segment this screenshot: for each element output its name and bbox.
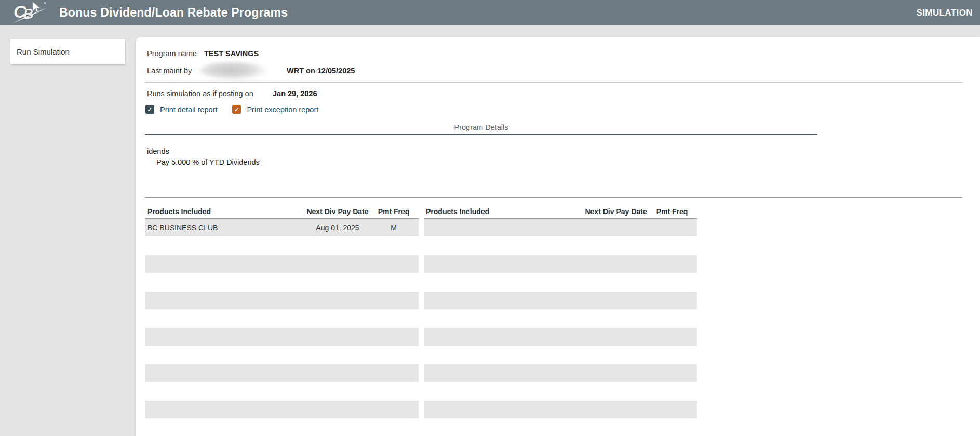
print-exception-report-checkbox[interactable]: [232, 105, 241, 114]
simulation-mode-badge: SIMULATION: [916, 0, 973, 26]
table-row[interactable]: [145, 364, 419, 382]
mouse-cursor-icon: [31, 1, 44, 15]
table-row[interactable]: [145, 401, 419, 418]
cell-product: BC BUSINESS CLUB: [145, 223, 306, 232]
run-simulation-label: Run Simulation: [17, 47, 70, 56]
table-row[interactable]: [424, 292, 697, 309]
posting-date-value: Jan 29, 2026: [273, 89, 317, 98]
print-detail-report-checkbox[interactable]: [145, 105, 154, 114]
section-divider: [145, 134, 817, 135]
table-row[interactable]: [145, 255, 419, 273]
column-header-pmt-freq: Pmt Freq: [647, 207, 697, 216]
last-maint-label: Last maint by: [147, 67, 200, 75]
program-description-line2: Pay 5.000 % of YTD Dividends: [156, 158, 260, 166]
program-details-section-title: Program Details: [145, 123, 817, 131]
main-content-card: Program name TEST SAVINGS Last maint by …: [136, 37, 980, 436]
last-maint-value: WRT on 12/05/2025: [287, 67, 355, 75]
print-exception-report-label: Print exception report: [247, 105, 318, 114]
table-body: [424, 218, 697, 418]
column-header-products-included: Products Included: [145, 207, 306, 216]
cell-pmt-freq: M: [369, 223, 419, 232]
table-row[interactable]: [145, 328, 419, 346]
table-row[interactable]: [424, 255, 697, 273]
table-row[interactable]: [424, 219, 697, 236]
table-body: BC BUSINESS CLUB Aug 01, 2025 M: [145, 218, 419, 418]
table-row[interactable]: [424, 364, 697, 382]
sidebar-item-run-simulation[interactable]: Run Simulation: [10, 39, 125, 64]
program-description-line1: idends: [147, 147, 169, 155]
column-header-next-div-pay-date: Next Div Pay Date: [585, 207, 647, 216]
table-row[interactable]: [145, 292, 419, 309]
products-table-left: Products Included Next Div Pay Date Pmt …: [145, 207, 419, 418]
table-header-row: Products Included Next Div Pay Date Pmt …: [145, 207, 419, 218]
table-header-row: Products Included Next Div Pay Date Pmt …: [424, 207, 697, 218]
column-header-next-div-pay-date: Next Div Pay Date: [306, 207, 369, 216]
cell-next-div-pay-date: Aug 01, 2025: [306, 223, 369, 232]
app-header: C B Bonus Dividend/Loan Rebate Programs …: [0, 0, 980, 25]
products-tables: Products Included Next Div Pay Date Pmt …: [145, 207, 702, 418]
table-row[interactable]: [424, 401, 697, 418]
column-header-products-included: Products Included: [424, 207, 585, 216]
divider: [145, 197, 962, 198]
posting-date-label: Runs simulation as if posting on: [147, 89, 273, 98]
program-name-label: Program name: [147, 49, 204, 58]
table-row[interactable]: BC BUSINESS CLUB Aug 01, 2025 M: [145, 219, 419, 236]
page-title: Bonus Dividend/Loan Rebate Programs: [59, 0, 288, 25]
divider: [145, 82, 962, 83]
column-header-pmt-freq: Pmt Freq: [369, 207, 419, 216]
print-detail-report-label: Print detail report: [160, 105, 217, 114]
redacted-user-name: [200, 62, 269, 79]
products-table-right: Products Included Next Div Pay Date Pmt …: [424, 207, 697, 418]
table-row[interactable]: [424, 328, 697, 346]
program-name-value: TEST SAVINGS: [204, 49, 259, 58]
